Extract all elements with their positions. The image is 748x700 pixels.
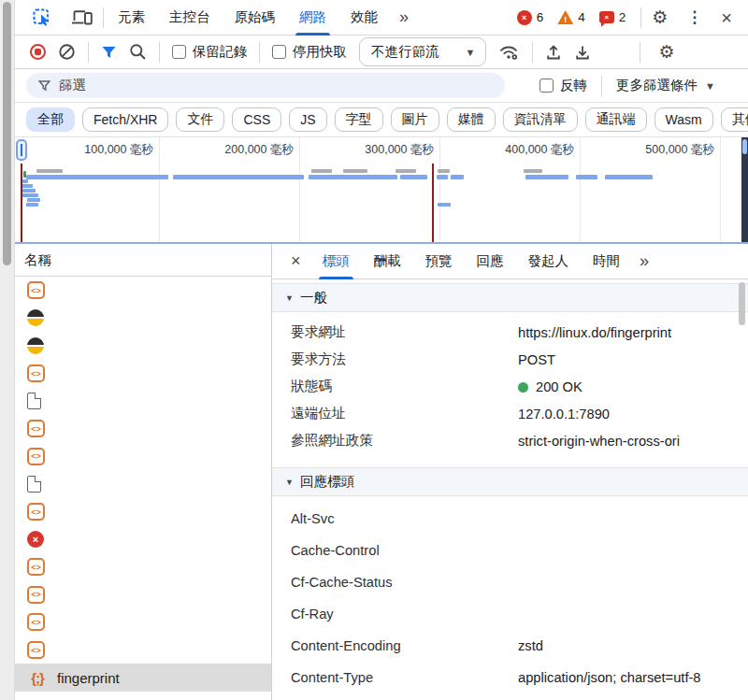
details-tab-initiator[interactable]: 發起人	[516, 244, 582, 279]
filter-chip-manifest[interactable]: 資訊清單	[503, 107, 578, 132]
filter-placeholder: 篩選	[59, 77, 86, 94]
filter-chip-all[interactable]: 全部	[26, 107, 75, 132]
throttling-select[interactable]: 不進行節流 ▼	[359, 37, 486, 66]
filter-chip-media[interactable]: 媒體	[447, 107, 496, 132]
request-row[interactable]	[15, 581, 271, 609]
network-conditions-icon[interactable]	[498, 44, 520, 61]
overview-right-handle[interactable]	[741, 137, 748, 242]
main-tab-sources[interactable]: 原始碼	[223, 0, 288, 36]
filter-chip-image[interactable]: 圖片	[391, 107, 439, 132]
request-row[interactable]: fingerprint	[15, 664, 271, 692]
issues-badge[interactable]: 2	[599, 10, 626, 24]
overview-bar-blue[interactable]	[26, 175, 168, 179]
filter-chip-other[interactable]: 其他	[721, 107, 748, 132]
warning-badge[interactable]: 4	[557, 10, 585, 24]
request-row[interactable]	[15, 553, 271, 581]
overview-bar-blue[interactable]	[438, 203, 451, 207]
close-details-icon[interactable]: ×	[281, 251, 310, 271]
clear-network-log-icon[interactable]	[58, 43, 76, 61]
more-filters-dropdown[interactable]: 更多篩選條件 ▼	[616, 77, 715, 94]
section-header[interactable]: ▼一般	[272, 283, 748, 312]
error-icon	[517, 10, 532, 25]
details-scrollbar-thumb[interactable]	[739, 282, 745, 325]
divider	[532, 42, 533, 63]
close-devtools-icon[interactable]: ×	[712, 0, 741, 36]
request-row[interactable]	[15, 470, 271, 498]
network-overview-timeline[interactable]: 100,000 毫秒200,000 毫秒300,000 毫秒400,000 毫秒…	[15, 137, 748, 244]
overview-bar-blue[interactable]	[22, 193, 38, 197]
filter-chip-wasm[interactable]: Wasm	[654, 107, 713, 132]
chevron-down-icon: ▼	[705, 80, 715, 92]
name-column-header[interactable]: 名稱	[15, 244, 271, 277]
request-row[interactable]	[15, 277, 271, 305]
overview-bar-blue[interactable]	[451, 175, 464, 179]
overview-bar-blue[interactable]	[400, 175, 427, 179]
overview-bar-blue[interactable]	[27, 198, 40, 202]
search-icon[interactable]	[129, 43, 147, 61]
request-row[interactable]	[15, 415, 271, 443]
scrollbar-thumb[interactable]	[3, 2, 11, 265]
overview-bar-blue[interactable]	[605, 175, 653, 179]
request-row[interactable]	[15, 387, 271, 415]
details-tab-response[interactable]: 回應	[465, 244, 516, 279]
filter-chip-css[interactable]: CSS	[232, 107, 281, 132]
request-row[interactable]	[15, 305, 271, 333]
more-details-tabs-icon[interactable]: »	[632, 251, 656, 271]
request-row[interactable]	[15, 443, 271, 471]
overview-bar-blue[interactable]	[576, 175, 597, 179]
details-tab-headers[interactable]: 標頭	[310, 244, 362, 279]
request-row[interactable]	[15, 525, 271, 553]
filter-chip-fetch-xhr[interactable]: Fetch/XHR	[82, 107, 168, 132]
details-tab-preview[interactable]: 預覽	[413, 244, 465, 279]
kebab-menu-icon[interactable]: ⋮	[678, 0, 711, 36]
checkbox-icon[interactable]	[272, 45, 286, 59]
request-row[interactable]	[15, 332, 271, 360]
export-har-icon[interactable]	[574, 44, 591, 61]
filter-chip-document[interactable]: 文件	[176, 107, 224, 132]
main-tab-network[interactable]: 網路	[287, 0, 338, 36]
network-settings-gear-icon[interactable]: ⚙	[653, 43, 680, 61]
checkbox-icon[interactable]	[539, 79, 554, 93]
main-tab-performance[interactable]: 效能	[338, 0, 390, 36]
checkbox-icon[interactable]	[172, 45, 186, 59]
more-tabs-icon[interactable]: »	[392, 7, 416, 27]
main-tab-elements[interactable]: 元素	[106, 0, 157, 36]
section-title: 一般	[300, 289, 327, 307]
overview-bar-blue[interactable]	[173, 175, 304, 179]
request-row[interactable]	[15, 498, 271, 526]
section-header[interactable]: ▼回應標頭	[272, 467, 748, 496]
request-row[interactable]	[15, 608, 271, 636]
header-name: 要求方法	[291, 350, 518, 368]
filter-input[interactable]: 篩選	[26, 73, 505, 98]
request-row[interactable]	[15, 360, 271, 388]
record-network-log-button[interactable]	[30, 44, 46, 60]
header-value: application/json; charset=utf-8	[518, 668, 717, 688]
error-badge[interactable]: 6	[517, 10, 544, 25]
header-row: Cf-Cache-Status	[272, 566, 748, 598]
filter-chip-font[interactable]: 字型	[335, 107, 383, 132]
import-har-icon[interactable]	[545, 44, 562, 61]
preserve-log-checkbox[interactable]: 保留記錄	[172, 43, 247, 61]
issues-icon	[599, 11, 614, 23]
details-tab-timing[interactable]: 時間	[581, 244, 632, 279]
request-row[interactable]	[15, 636, 271, 664]
disable-cache-checkbox[interactable]: 停用快取	[272, 43, 347, 61]
main-tab-console[interactable]: 主控台	[157, 0, 223, 36]
overview-bar-blue[interactable]	[26, 203, 38, 207]
overview-left-handle[interactable]	[16, 139, 27, 161]
overview-bar-blue[interactable]	[22, 189, 36, 193]
overview-bar-blue[interactable]	[437, 175, 448, 179]
device-toolbar-icon[interactable]	[63, 0, 101, 36]
filter-chip-websocket[interactable]: 通訊端	[585, 107, 647, 132]
inspect-element-icon[interactable]	[24, 0, 61, 36]
filter-chip-js[interactable]: JS	[289, 107, 326, 132]
overview-bar-blue[interactable]	[22, 184, 33, 188]
overview-bar-blue[interactable]	[525, 175, 568, 179]
overview-bar-blue[interactable]	[309, 175, 397, 179]
main-toolbar: 元素主控台原始碼網路效能 » 6 4 2 ⚙ ⋮ ×	[15, 0, 748, 36]
settings-gear-icon[interactable]: ⚙	[643, 0, 676, 36]
invert-filter-checkbox[interactable]: 反轉	[539, 77, 587, 94]
page-scrollbar[interactable]	[0, 0, 15, 700]
filter-toggle-icon[interactable]	[101, 45, 117, 60]
details-tab-payload[interactable]: 酬載	[362, 244, 413, 279]
